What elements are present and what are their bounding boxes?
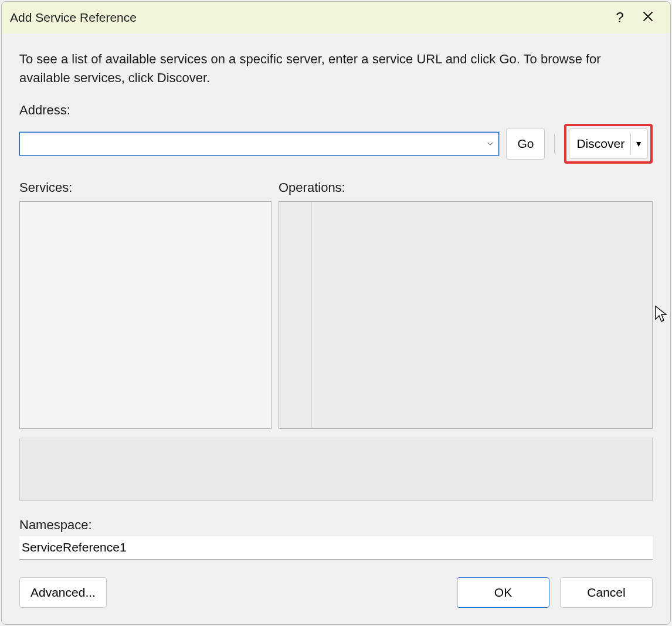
services-label: Services:	[19, 180, 271, 195]
address-input[interactable]	[19, 132, 499, 155]
split-divider	[630, 133, 631, 154]
services-listbox[interactable]	[19, 201, 271, 429]
close-icon	[642, 9, 654, 26]
advanced-button[interactable]: Advanced...	[19, 577, 107, 608]
discover-button-label: Discover	[576, 137, 625, 151]
add-service-reference-dialog: Add Service Reference ? To see a list of…	[1, 1, 671, 625]
discover-highlight: Discover ▼	[564, 124, 653, 164]
operations-listbox[interactable]	[279, 201, 653, 429]
address-label: Address:	[19, 103, 653, 118]
namespace-input[interactable]	[19, 536, 653, 560]
namespace-label: Namespace:	[19, 517, 653, 533]
operations-label: Operations:	[279, 180, 653, 195]
cancel-button[interactable]: Cancel	[560, 577, 653, 608]
instructions-text: To see a list of available services on a…	[19, 50, 653, 87]
address-combobox[interactable]	[19, 132, 499, 155]
operations-column: Operations:	[279, 180, 653, 429]
close-button[interactable]	[634, 4, 662, 32]
titlebar: Add Service Reference ?	[2, 2, 670, 33]
lists-row: Services: Operations:	[19, 180, 653, 429]
status-box	[19, 438, 653, 501]
address-row: Go Discover ▼	[19, 124, 653, 164]
footer-row: Advanced... OK Cancel	[19, 577, 653, 608]
caret-down-icon: ▼	[634, 139, 643, 148]
separator	[554, 134, 555, 153]
go-button[interactable]: Go	[506, 128, 545, 160]
ok-button[interactable]: OK	[457, 577, 549, 608]
services-column: Services:	[19, 180, 271, 429]
dialog-body: To see a list of available services on a…	[2, 33, 670, 624]
dialog-title: Add Service Reference	[10, 11, 606, 25]
column-divider	[311, 202, 312, 428]
discover-button[interactable]: Discover ▼	[569, 128, 648, 159]
help-button[interactable]: ?	[606, 4, 634, 32]
help-icon: ?	[616, 9, 623, 26]
